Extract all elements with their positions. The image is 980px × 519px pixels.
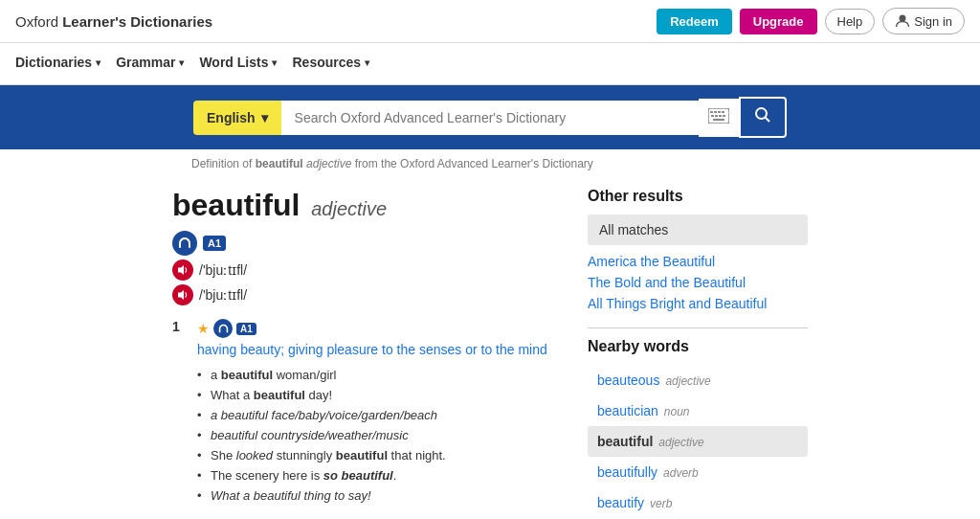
nav-item-wordlists[interactable]: Word Lists ▾	[199, 43, 292, 84]
signin-button[interactable]: Sign in	[882, 8, 965, 34]
search-button[interactable]	[739, 97, 787, 138]
a1-badge: A1	[203, 236, 226, 251]
chevron-down-icon: ▾	[96, 57, 100, 68]
headword-line: beautiful adjective	[172, 188, 549, 223]
help-button[interactable]: Help	[825, 9, 876, 34]
nearby-word-beautiful[interactable]: beautiful adjective	[588, 426, 808, 457]
ipa-uk: /'bjuːtɪfl/	[199, 262, 247, 278]
signin-label: Sign in	[914, 14, 952, 29]
headphones-icon	[218, 324, 229, 334]
sense-headphones-badge	[213, 319, 233, 338]
pronunciation-us: /'bjuːtɪfl/	[172, 284, 549, 305]
nearby-word-pos: noun	[664, 405, 690, 418]
svg-point-11	[756, 108, 767, 119]
logo-prefix: Oxford	[15, 13, 62, 30]
chevron-down-icon: ▾	[261, 110, 268, 125]
svg-marker-15	[178, 265, 184, 275]
example-item: What a beautiful day!	[197, 385, 549, 405]
example-item: She looked stunningly beautiful that nig…	[197, 445, 549, 465]
keyboard-icon-button[interactable]	[699, 99, 739, 137]
entry-content: beautiful adjective A1 /'bjuːtɪfl/	[172, 178, 549, 519]
example-item: What a beautiful thing to say!	[197, 485, 549, 506]
examples-list: a beautiful woman/girl What a beautiful …	[197, 365, 549, 506]
chevron-down-icon: ▾	[365, 57, 369, 68]
ipa-us: /'bjuːtɪfl/	[199, 287, 247, 303]
nav-grammar-label: Grammar	[116, 55, 175, 70]
nearby-word-text: beautiful	[597, 434, 653, 449]
svg-rect-6	[711, 115, 714, 117]
nearby-words-section: Nearby words beauteous adjective beautic…	[588, 338, 808, 518]
other-result-link-1[interactable]: America the Beautiful	[588, 251, 808, 272]
other-results-section: Other results All matches America the Be…	[588, 188, 808, 314]
svg-marker-16	[178, 290, 184, 300]
svg-rect-3	[714, 111, 717, 113]
definition-text: having beauty; giving pleasure to the se…	[197, 342, 549, 357]
other-result-link-2[interactable]: The Bold and the Beautiful	[588, 272, 808, 293]
sense-body: ★ A1 having beauty; giving pleasure to t…	[197, 319, 549, 506]
nearby-word-pos: adjective	[658, 436, 703, 449]
svg-rect-2	[710, 111, 713, 113]
sidebar-divider	[588, 327, 808, 328]
upgrade-button[interactable]: Upgrade	[740, 9, 817, 34]
nav-resources-label: Resources	[292, 55, 361, 70]
chevron-down-icon: ▾	[272, 57, 277, 68]
nearby-word-text: beauteous	[597, 372, 659, 388]
breadcrumb-pos: adjective	[306, 157, 351, 170]
badges-row: A1	[172, 231, 549, 256]
logo-area: Oxford Learner's Dictionaries	[15, 13, 649, 30]
nearby-word-text: beautifully	[597, 464, 657, 480]
svg-rect-17	[218, 330, 220, 332]
search-input[interactable]	[281, 101, 699, 135]
svg-rect-10	[713, 119, 724, 121]
redeem-button[interactable]: Redeem	[657, 9, 732, 34]
svg-point-0	[900, 15, 906, 22]
speaker-us-button[interactable]	[172, 284, 193, 305]
search-icon	[754, 106, 771, 124]
topbar: Oxford Learner's Dictionaries Redeem Upg…	[0, 0, 980, 43]
navbar: Dictionaries ▾ Grammar ▾ Word Lists ▾ Re…	[0, 43, 980, 85]
nearby-word-beauteous[interactable]: beauteous adjective	[588, 365, 808, 395]
example-item: a beautiful woman/girl	[197, 365, 549, 385]
sense-icons: ★ A1	[197, 319, 549, 338]
searchbar: English ▾	[0, 85, 980, 149]
site-logo: Oxford Learner's Dictionaries	[15, 13, 212, 30]
language-selector[interactable]: English ▾	[193, 101, 281, 135]
svg-rect-13	[179, 245, 181, 248]
speaker-icon	[177, 264, 189, 276]
part-of-speech: adjective	[311, 198, 387, 219]
breadcrumb: Definition of beautiful adjective from t…	[0, 149, 980, 178]
all-matches-button[interactable]: All matches	[588, 214, 808, 245]
svg-rect-14	[189, 245, 190, 248]
nearby-word-beautify[interactable]: beautify verb	[588, 487, 808, 518]
svg-rect-8	[719, 115, 722, 117]
nearby-word-beautician[interactable]: beautician noun	[588, 395, 808, 426]
search-inner: English ▾	[193, 97, 787, 138]
sense-number: 1	[172, 319, 188, 334]
svg-line-12	[766, 118, 770, 123]
breadcrumb-word: beautiful	[256, 157, 303, 170]
nav-dictionaries-label: Dictionaries	[15, 55, 92, 70]
headphones-badge	[172, 231, 197, 256]
nav-item-resources[interactable]: Resources ▾	[292, 43, 385, 84]
nav-item-dictionaries[interactable]: Dictionaries ▾	[15, 43, 116, 84]
nearby-word-beautifully[interactable]: beautifully adverb	[588, 457, 808, 487]
svg-rect-7	[715, 115, 718, 117]
chevron-down-icon: ▾	[179, 57, 184, 68]
sidebar: Other results All matches America the Be…	[588, 178, 808, 519]
nav-item-grammar[interactable]: Grammar ▾	[116, 43, 199, 84]
svg-rect-9	[723, 115, 725, 117]
speaker-uk-button[interactable]	[172, 260, 193, 281]
headphones-icon	[178, 237, 191, 250]
speaker-icon	[177, 289, 189, 301]
other-result-link-3[interactable]: All Things Bright and Beautiful	[588, 293, 808, 314]
nearby-word-pos: adjective	[665, 374, 710, 388]
language-label: English	[207, 110, 256, 125]
main-content: beautiful adjective A1 /'bjuːtɪfl/	[0, 178, 980, 519]
star-icon: ★	[197, 321, 210, 336]
example-item: The scenery here is so beautiful.	[197, 465, 549, 485]
logo-bold: Learner's Dictionaries	[62, 13, 212, 30]
nearby-word-text: beautify	[597, 495, 644, 510]
breadcrumb-suffix: from the Oxford Advanced Learner's Dicti…	[351, 157, 592, 170]
nearby-word-pos: adverb	[663, 466, 699, 480]
svg-rect-18	[226, 330, 228, 332]
